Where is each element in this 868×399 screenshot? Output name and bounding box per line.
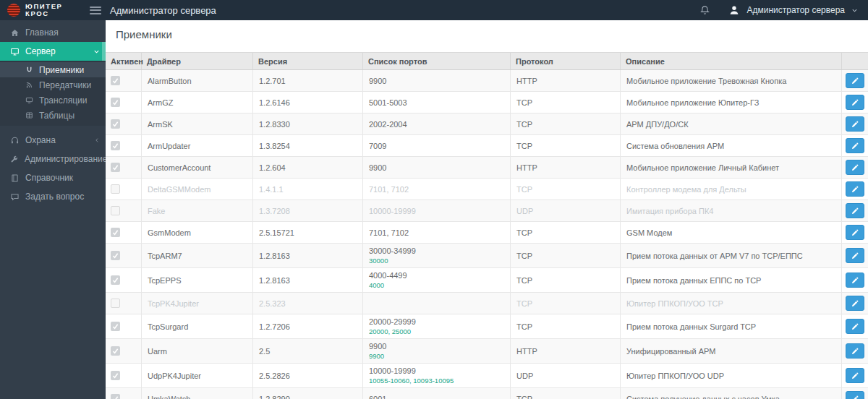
active-checkbox[interactable] — [111, 322, 120, 331]
pencil-icon — [851, 299, 859, 308]
active-cell — [106, 388, 142, 399]
page-title: Приемники — [116, 28, 868, 40]
edit-button[interactable] — [846, 73, 864, 88]
user-avatar-icon[interactable] — [728, 4, 740, 16]
pencil-icon — [851, 98, 859, 107]
screen-icon — [25, 96, 34, 104]
edit-button[interactable] — [846, 343, 864, 359]
sidebar-item-label: Приемники — [39, 65, 84, 75]
version-cell: 1.2.604 — [253, 157, 363, 178]
active-checkbox[interactable] — [111, 206, 120, 215]
ports-cell: 4000-44994000 — [363, 268, 511, 292]
ports-open-values: 4000 — [369, 281, 506, 289]
ports-range: 9900 — [369, 163, 506, 172]
chevron-left-icon — [94, 137, 100, 143]
actions-cell — [842, 388, 868, 399]
edit-button[interactable] — [846, 248, 864, 263]
version-cell: 1.2.8330 — [253, 113, 363, 134]
sidebar-item-administration[interactable]: Администрирование — [0, 150, 106, 168]
active-checkbox[interactable] — [111, 184, 120, 194]
protocol-cell: HTTP — [511, 157, 621, 178]
edit-button[interactable] — [846, 138, 864, 153]
actions-cell — [842, 222, 868, 243]
edit-button[interactable] — [846, 181, 864, 197]
edit-button[interactable] — [846, 160, 864, 175]
actions-cell — [842, 314, 868, 338]
table-row: Fake1.3.720810000-19999UDPИмитация прибо… — [106, 200, 868, 222]
table-icon — [25, 111, 34, 119]
user-menu[interactable]: Администратор сервера — [746, 5, 845, 15]
ports-range: 9900 — [369, 342, 506, 351]
active-checkbox[interactable] — [111, 299, 120, 308]
sidebar-item-transmitters[interactable]: Передатчики — [0, 77, 106, 93]
active-checkbox[interactable] — [111, 394, 120, 399]
table-row: Uarm2.599009900HTTPУнифицированный АРМ — [106, 339, 868, 364]
pencil-icon — [851, 252, 859, 260]
driver-cell: TcpSurgard — [142, 314, 253, 338]
sidebar-item-label: Главная — [25, 27, 59, 38]
active-checkbox[interactable] — [111, 119, 120, 129]
active-checkbox[interactable] — [111, 163, 120, 172]
description-cell: Унифицированный АРМ — [621, 339, 842, 363]
sidebar-item-tables[interactable]: Таблицы — [0, 108, 106, 123]
edit-button[interactable] — [846, 273, 864, 288]
header-actions — [842, 53, 868, 69]
active-checkbox[interactable] — [111, 275, 120, 285]
table-row: TcpPK4Jupiter2.5.323TCPЮпитер ППКОП/УОО … — [106, 293, 868, 314]
actions-cell — [842, 339, 868, 363]
pencil-icon — [851, 207, 859, 215]
active-checkbox[interactable] — [111, 371, 120, 380]
driver-cell: UmkaWatch — [142, 388, 253, 399]
edit-button[interactable] — [846, 116, 864, 132]
pencil-icon — [851, 276, 859, 285]
ports-cell: 9900 — [363, 70, 511, 91]
active-checkbox[interactable] — [111, 346, 120, 356]
edit-button[interactable] — [846, 368, 864, 383]
active-checkbox[interactable] — [111, 251, 120, 260]
driver-cell: Uarm — [142, 339, 253, 363]
edit-button[interactable] — [846, 391, 864, 399]
sidebar-item-receivers[interactable]: Приемники — [0, 62, 106, 77]
ports-range: 4000-4499 — [369, 271, 506, 280]
sidebar-item-server[interactable]: Сервер — [0, 42, 106, 61]
driver-cell: Fake — [142, 200, 253, 221]
sidebar-item-security[interactable]: Охрана — [0, 131, 106, 150]
edit-button[interactable] — [846, 95, 864, 110]
sidebar-item-label: Таблицы — [39, 111, 75, 121]
edit-button[interactable] — [846, 203, 864, 218]
ports-cell: 7101, 7102 — [363, 222, 511, 243]
protocol-cell: TCP — [511, 268, 621, 292]
active-checkbox[interactable] — [111, 76, 120, 85]
app-logo[interactable]: ЮПИТЕРКРОС — [0, 0, 106, 20]
driver-cell: UdpPK4Jupiter — [142, 364, 253, 387]
sidebar-item-reference[interactable]: Справочник — [0, 168, 106, 187]
edit-button[interactable] — [846, 225, 864, 240]
version-cell: 2.5.2826 — [253, 364, 363, 387]
active-cell — [106, 92, 142, 113]
version-cell: 1.2.701 — [253, 70, 363, 91]
user-menu-chevron-down-icon — [851, 7, 858, 14]
active-cell — [106, 200, 142, 221]
notifications-bell-icon[interactable] — [699, 5, 710, 16]
sidebar-item-broadcasts[interactable]: Трансляции — [0, 93, 106, 108]
pencil-icon — [851, 142, 859, 150]
menu-toggle-icon[interactable] — [90, 7, 101, 14]
sidebar-item-ask-question[interactable]: Задать вопрос — [0, 187, 106, 206]
description-cell: Мобильное приложение Юпитер-ГЗ — [621, 92, 842, 113]
active-checkbox[interactable] — [111, 98, 120, 107]
edit-button[interactable] — [846, 319, 864, 334]
description-cell: Прием потока данных ЕППС по TCP — [621, 268, 842, 292]
active-checkbox[interactable] — [111, 141, 120, 150]
version-cell: 2.5.323 — [253, 293, 363, 314]
active-cell — [106, 268, 142, 292]
pencil-icon — [851, 372, 859, 380]
active-cell — [106, 364, 142, 387]
edit-button[interactable] — [846, 296, 864, 311]
chevron-down-icon — [93, 48, 100, 55]
sidebar-item-label: Охрана — [25, 135, 56, 145]
active-cell — [106, 113, 142, 134]
active-checkbox[interactable] — [111, 228, 120, 237]
description-cell: Юпитер ППКОП/УОО TCP — [621, 293, 842, 314]
sidebar-item-home[interactable]: Главная — [0, 23, 106, 42]
actions-cell — [842, 293, 868, 314]
